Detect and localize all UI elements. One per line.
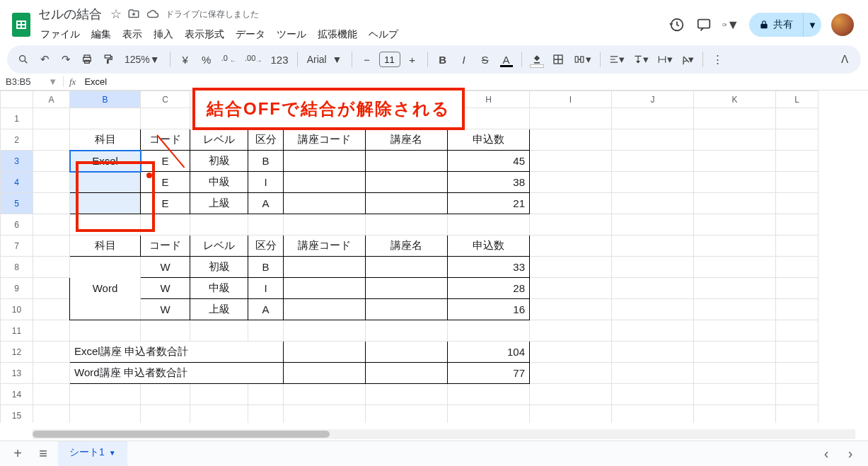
col-header[interactable]: K <box>694 91 776 108</box>
col-header[interactable]: L <box>776 91 818 108</box>
cell[interactable]: 初級 <box>190 257 248 278</box>
cell[interactable]: A <box>248 299 284 320</box>
horizontal-scrollbar[interactable] <box>33 429 855 439</box>
cell[interactable] <box>284 299 366 320</box>
cell[interactable] <box>284 363 366 384</box>
halign-button[interactable]: ▾ <box>606 49 627 69</box>
cell[interactable] <box>284 151 366 172</box>
menu-help[interactable]: ヘルプ <box>364 25 403 44</box>
spreadsheet-grid[interactable]: A B C D E F G H I J K L 1 2 科目 コード レベル 区… <box>0 91 818 423</box>
cell[interactable]: 科目 <box>70 129 141 151</box>
cell[interactable] <box>366 342 448 363</box>
menu-file[interactable]: ファイル <box>35 25 85 44</box>
row-header[interactable]: 10 <box>1 299 33 320</box>
cell[interactable]: 科目 <box>70 235 141 257</box>
row-header[interactable]: 13 <box>1 363 33 384</box>
cell[interactable]: レベル <box>190 235 248 257</box>
font-family-dropdown[interactable]: Arial ▼ <box>303 49 346 69</box>
menu-data[interactable]: データ <box>231 25 270 44</box>
cell[interactable]: 区分 <box>248 129 284 151</box>
font-size-increase[interactable]: + <box>403 49 422 69</box>
col-header[interactable]: B <box>70 91 141 108</box>
cell[interactable]: コード <box>141 235 190 257</box>
sheet-tab[interactable]: シート1▼ <box>58 441 127 467</box>
percent-button[interactable]: % <box>197 49 216 69</box>
cloud-icon[interactable] <box>146 8 160 21</box>
cell[interactable]: 中級 <box>190 172 248 193</box>
cell[interactable] <box>284 193 366 214</box>
menu-tools[interactable]: ツール <box>272 25 311 44</box>
cell[interactable] <box>366 172 448 193</box>
row-header[interactable]: 2 <box>1 129 33 151</box>
cell[interactable]: 講座コード <box>284 235 366 257</box>
more-icon[interactable]: ⋮ <box>709 49 727 69</box>
row-header[interactable]: 1 <box>1 108 33 129</box>
cell[interactable]: 講座名 <box>366 129 448 151</box>
search-icon[interactable] <box>14 49 33 69</box>
add-sheet-button[interactable]: + <box>7 443 28 465</box>
cell[interactable]: 45 <box>448 151 530 172</box>
cell[interactable]: コード <box>141 129 190 151</box>
cell[interactable]: W <box>141 257 190 278</box>
cell[interactable]: 講座コード <box>284 129 366 151</box>
cell[interactable]: 区分 <box>248 235 284 257</box>
bold-button[interactable]: B <box>434 49 452 69</box>
cell[interactable] <box>366 193 448 214</box>
cell[interactable]: 77 <box>448 363 530 384</box>
sheets-logo[interactable] <box>7 11 35 39</box>
name-box[interactable]: B3:B5▼ <box>0 76 64 87</box>
select-all-corner[interactable] <box>1 91 33 108</box>
cell[interactable] <box>366 151 448 172</box>
all-sheets-button[interactable]: ≡ <box>33 443 54 465</box>
cell[interactable]: W <box>141 299 190 320</box>
font-size-input[interactable]: 11 <box>379 52 400 67</box>
row-header[interactable]: 15 <box>1 405 33 424</box>
cell[interactable]: 16 <box>448 299 530 320</box>
rotate-button[interactable]: A ▾ <box>678 49 697 69</box>
star-icon[interactable]: ☆ <box>110 6 122 22</box>
cell[interactable] <box>284 278 366 299</box>
cell[interactable] <box>366 363 448 384</box>
format-123-button[interactable]: 123 <box>268 49 291 69</box>
cell[interactable] <box>366 278 448 299</box>
print-icon[interactable] <box>78 49 96 69</box>
cell[interactable]: 104 <box>448 342 530 363</box>
currency-button[interactable]: ¥ <box>176 49 195 69</box>
cell[interactable]: 21 <box>448 193 530 214</box>
redo-icon[interactable]: ↷ <box>57 49 75 69</box>
row-header[interactable]: 14 <box>1 384 33 405</box>
comment-icon[interactable] <box>695 16 712 33</box>
cell[interactable] <box>284 172 366 193</box>
col-header[interactable]: C <box>141 91 190 108</box>
row-header[interactable]: 9 <box>1 278 33 299</box>
cell[interactable]: 上級 <box>190 299 248 320</box>
row-header[interactable]: 4 <box>1 172 33 193</box>
cell[interactable]: I <box>248 278 284 299</box>
merge-button[interactable]: ▾ <box>570 49 594 69</box>
row-header[interactable]: 8 <box>1 257 33 278</box>
menu-edit[interactable]: 編集 <box>86 25 116 44</box>
menu-view[interactable]: 表示 <box>117 25 147 44</box>
meet-icon[interactable]: ▼ <box>722 16 739 33</box>
font-size-decrease[interactable]: − <box>358 49 376 69</box>
wrap-button[interactable]: ▾ <box>654 49 676 69</box>
cell[interactable]: 申込数 <box>448 129 530 151</box>
move-icon[interactable] <box>127 8 140 21</box>
cell[interactable]: A <box>248 193 284 214</box>
row-header[interactable]: 11 <box>1 320 33 342</box>
row-header[interactable]: 7 <box>1 235 33 257</box>
formula-bar[interactable]: Excel <box>81 76 868 87</box>
cell-merged[interactable]: Word <box>70 257 141 320</box>
collapse-toolbar-icon[interactable]: ᐱ <box>835 49 854 69</box>
cell[interactable]: 上級 <box>190 193 248 214</box>
col-header[interactable]: A <box>33 91 70 108</box>
col-header[interactable]: J <box>612 91 694 108</box>
cell[interactable]: W <box>141 278 190 299</box>
col-header[interactable]: I <box>530 91 612 108</box>
cell[interactable]: B <box>248 257 284 278</box>
doc-title[interactable]: セルの結合 <box>35 4 105 24</box>
text-color-button[interactable]: A <box>497 49 516 69</box>
cell[interactable]: レベル <box>190 129 248 151</box>
tab-scroll-left[interactable]: ‹ <box>816 443 837 465</box>
cell[interactable]: 28 <box>448 278 530 299</box>
